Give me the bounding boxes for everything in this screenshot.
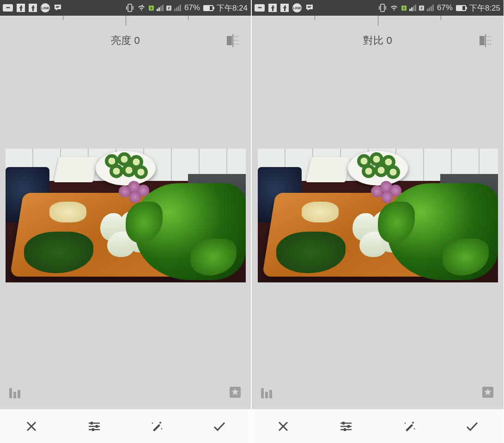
signal-sim1-icon <box>409 5 416 11</box>
sim1-badge: 1 <box>149 6 154 11</box>
line-app-icon: LINE <box>41 3 50 12</box>
confirm-button[interactable] <box>209 416 230 437</box>
status-bar: LINE 1 2 67% 下午8:24 <box>0 0 251 16</box>
tick-center <box>126 16 126 26</box>
histogram-button[interactable] <box>9 386 23 400</box>
svg-rect-37 <box>269 390 272 398</box>
facebook-icon <box>17 4 25 12</box>
svg-rect-36 <box>265 392 268 398</box>
adjustment-label: 亮度 0 <box>111 34 140 48</box>
slider-ruler[interactable] <box>0 16 251 27</box>
compare-button[interactable] <box>478 32 494 49</box>
facebook-icon <box>280 4 289 12</box>
battery-percent: 67% <box>184 3 200 12</box>
svg-rect-32 <box>488 43 489 45</box>
adjust-sliders-button[interactable] <box>336 416 356 437</box>
signal-sim1-icon <box>157 5 164 11</box>
svg-rect-7 <box>234 40 235 41</box>
svg-rect-10 <box>234 43 235 45</box>
message-icon <box>305 4 314 12</box>
vibrate-icon <box>126 3 134 12</box>
favorite-preset-button[interactable] <box>229 386 242 401</box>
facebook-icon <box>268 4 277 12</box>
svg-rect-23 <box>381 4 384 12</box>
sim2-badge: 2 <box>166 6 171 11</box>
adjustment-title-row: 對比 0 <box>252 27 504 54</box>
cancel-button[interactable] <box>21 416 42 437</box>
battery-icon <box>203 5 213 11</box>
svg-rect-13 <box>232 34 233 47</box>
image-canvas[interactable] <box>252 54 504 409</box>
screen-contrast: LINE 1 2 67% 下午8:25 對比 0 <box>252 0 504 443</box>
svg-rect-12 <box>237 43 238 45</box>
edited-photo <box>6 149 246 282</box>
image-canvas[interactable] <box>0 54 251 409</box>
wifi-icon <box>137 4 146 12</box>
svg-rect-34 <box>485 34 486 47</box>
clock: 下午8:24 <box>217 3 248 13</box>
message-icon <box>54 4 62 12</box>
wifi-icon <box>389 4 399 12</box>
compare-button[interactable] <box>225 32 242 49</box>
confirm-button[interactable] <box>462 416 482 437</box>
svg-rect-20 <box>92 428 94 431</box>
svg-rect-14 <box>9 388 12 398</box>
svg-rect-6 <box>237 36 238 37</box>
adjustment-label: 對比 0 <box>363 34 392 48</box>
svg-rect-31 <box>486 43 487 45</box>
signal-sim2-icon <box>174 5 181 11</box>
svg-rect-39 <box>342 422 345 425</box>
svg-rect-5 <box>236 36 237 37</box>
vibrate-icon <box>378 3 387 12</box>
svg-rect-26 <box>488 36 489 37</box>
svg-rect-40 <box>347 425 350 428</box>
screen-brightness: LINE 1 2 67% 下午8:24 亮度 0 <box>0 0 252 443</box>
svg-rect-27 <box>490 36 491 37</box>
sim2-badge: 2 <box>419 6 424 11</box>
tick-center <box>378 16 378 26</box>
battery-percent: 67% <box>437 3 453 12</box>
line-app-icon: LINE <box>292 3 302 12</box>
adjust-sliders-button[interactable] <box>84 416 104 437</box>
svg-rect-11 <box>236 43 237 45</box>
bottom-toolbar <box>252 409 504 443</box>
svg-rect-16 <box>18 390 20 398</box>
status-bar: LINE 1 2 67% 下午8:25 <box>252 0 504 16</box>
svg-rect-33 <box>490 43 491 45</box>
svg-rect-29 <box>488 40 489 41</box>
svg-rect-15 <box>13 392 16 398</box>
notification-app-icon <box>3 4 13 12</box>
clock: 下午8:25 <box>469 3 500 13</box>
svg-rect-28 <box>486 40 487 41</box>
svg-rect-19 <box>96 425 98 428</box>
auto-fix-button[interactable] <box>399 416 419 437</box>
auto-fix-button[interactable] <box>146 416 167 437</box>
slider-ruler[interactable] <box>252 16 504 27</box>
cancel-button[interactable] <box>273 416 293 437</box>
bottom-toolbar <box>0 409 251 443</box>
edited-photo <box>258 149 498 282</box>
svg-rect-3 <box>227 36 232 45</box>
svg-rect-2 <box>128 4 132 12</box>
svg-rect-4 <box>234 36 235 37</box>
sim1-badge: 1 <box>401 6 407 11</box>
svg-rect-41 <box>344 428 346 431</box>
tick-mark <box>441 16 441 20</box>
svg-rect-9 <box>237 40 238 41</box>
svg-rect-25 <box>486 36 487 37</box>
facebook-icon <box>29 4 37 12</box>
tick-mark <box>188 16 188 20</box>
tick-mark <box>315 16 315 20</box>
svg-rect-18 <box>91 422 93 425</box>
svg-rect-8 <box>236 40 237 41</box>
notification-app-icon <box>255 4 265 12</box>
tick-mark <box>63 16 63 20</box>
adjustment-title-row: 亮度 0 <box>0 27 251 54</box>
battery-icon <box>456 5 466 11</box>
favorite-preset-button[interactable] <box>481 386 494 401</box>
svg-rect-24 <box>480 36 485 45</box>
svg-rect-35 <box>261 388 264 398</box>
svg-rect-30 <box>490 40 491 41</box>
signal-sim2-icon <box>427 5 434 11</box>
histogram-button[interactable] <box>261 386 275 400</box>
